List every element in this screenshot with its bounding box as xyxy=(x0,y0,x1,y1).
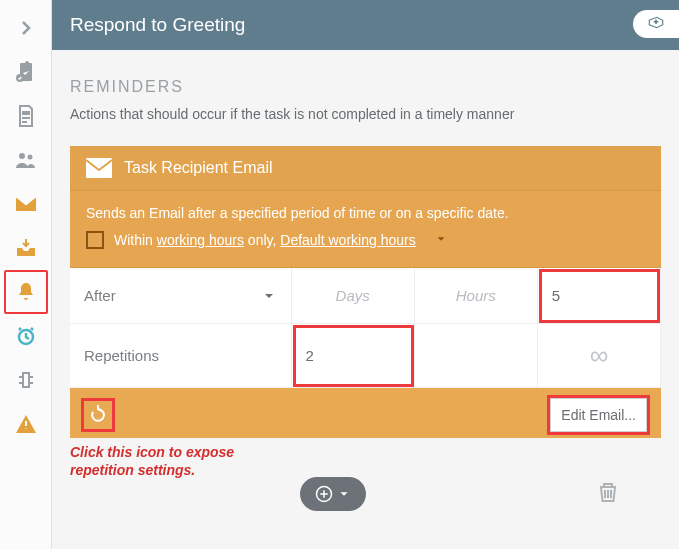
sidebar-item-mail[interactable] xyxy=(4,182,48,226)
warning-icon xyxy=(14,412,38,436)
document-icon xyxy=(14,104,38,128)
header-add-badge[interactable] xyxy=(633,10,679,38)
svg-rect-5 xyxy=(86,158,112,178)
reminder-card: Task Recipient Email Sends an Email afte… xyxy=(70,146,661,438)
sidebar-item-users[interactable] xyxy=(4,138,48,182)
sidebar-item-document[interactable] xyxy=(4,94,48,138)
working-hours-checkbox[interactable] xyxy=(86,231,104,249)
repetitions-label: Repetitions xyxy=(70,324,292,388)
mail-icon xyxy=(14,192,38,216)
default-hours-link[interactable]: Default working hours xyxy=(280,232,415,248)
minutes-input[interactable]: 5 xyxy=(538,268,661,324)
card-title: Task Recipient Email xyxy=(124,159,273,177)
expand-working-hours[interactable] xyxy=(434,232,448,249)
card-footer: Edit Email... xyxy=(70,388,661,438)
inbox-icon xyxy=(14,236,38,260)
sidebar-item-clipboard[interactable] xyxy=(4,50,48,94)
chevron-down-icon xyxy=(261,288,277,304)
delete-reminder-button[interactable] xyxy=(596,479,620,509)
card-header: Task Recipient Email xyxy=(70,146,661,191)
repetitions-blank xyxy=(415,324,538,388)
svg-point-2 xyxy=(27,155,32,160)
svg-rect-4 xyxy=(23,373,29,387)
users-icon xyxy=(14,148,38,172)
sidebar-item-inbox[interactable] xyxy=(4,226,48,270)
sidebar-item-layout[interactable] xyxy=(4,358,48,402)
clock-icon xyxy=(14,324,38,348)
clipboard-check-icon xyxy=(14,60,38,84)
hint-text: Click this icon to expose repetition set… xyxy=(70,444,661,479)
timing-grid: After Days Hours 5 Repetitions 2 ∞ xyxy=(70,268,661,388)
content-area: REMINDERS Actions that should occur if t… xyxy=(52,50,679,549)
page-title: Respond to Greeting xyxy=(70,14,245,36)
card-description-block: Sends an Email after a specified period … xyxy=(70,191,661,268)
working-hours-row: Within working hours only, Default worki… xyxy=(86,231,645,249)
tag-plus-icon xyxy=(647,15,665,33)
edit-email-button[interactable]: Edit Email... xyxy=(550,398,647,432)
layout-icon xyxy=(14,368,38,392)
repetitions-input[interactable]: 2 xyxy=(292,324,415,388)
hours-input[interactable]: Hours xyxy=(415,268,538,324)
chevron-down-icon xyxy=(337,487,351,501)
sidebar-item-clock[interactable] xyxy=(4,314,48,358)
plus-icon xyxy=(315,485,333,503)
working-hours-text: Within working hours only, Default worki… xyxy=(114,232,416,248)
repetition-settings-button[interactable] xyxy=(84,401,112,429)
days-input[interactable]: Days xyxy=(292,268,415,324)
chevron-down-icon xyxy=(434,232,448,246)
page-header: Respond to Greeting xyxy=(52,0,679,50)
trash-icon xyxy=(596,479,620,505)
bell-icon xyxy=(14,280,38,304)
sidebar-item-warning[interactable] xyxy=(4,402,48,446)
working-hours-link[interactable]: working hours xyxy=(157,232,244,248)
infinity-toggle[interactable]: ∞ xyxy=(538,324,661,388)
bottom-controls xyxy=(300,477,620,511)
sidebar-item-reminders[interactable] xyxy=(4,270,48,314)
add-reminder-button[interactable] xyxy=(300,477,366,511)
after-label: After xyxy=(84,287,116,304)
section-subtitle: Actions that should occur if the task is… xyxy=(70,106,661,122)
section-title: REMINDERS xyxy=(70,78,661,96)
after-dropdown[interactable]: After xyxy=(70,268,292,324)
card-description: Sends an Email after a specified period … xyxy=(86,205,645,221)
svg-point-1 xyxy=(19,153,25,159)
sidebar-collapse[interactable] xyxy=(4,6,48,50)
chevron-right-icon xyxy=(14,16,38,40)
refresh-icon xyxy=(88,405,108,425)
sidebar xyxy=(0,0,52,549)
mail-icon xyxy=(86,158,112,178)
